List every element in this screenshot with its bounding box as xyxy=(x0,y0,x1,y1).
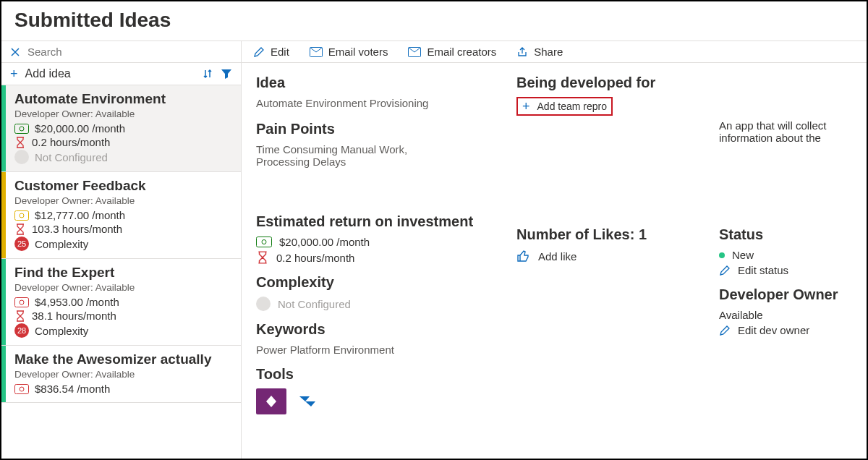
complexity-badge xyxy=(14,150,29,164)
share-button[interactable]: Share xyxy=(516,46,563,58)
add-idea-row: + Add idea xyxy=(1,63,241,85)
search-input[interactable] xyxy=(27,46,232,58)
power-automate-icon[interactable] xyxy=(292,388,323,414)
add-team-repro-label: Add team repro xyxy=(537,101,608,112)
email-creators-button[interactable]: Email creators xyxy=(408,46,496,58)
app-frame: Submitted Ideas + Add idea xyxy=(0,0,868,460)
detail-toolbar: Edit Email voters Email creators xyxy=(242,41,867,63)
idea-hours: 38.1 hours/month xyxy=(32,310,116,322)
money-icon xyxy=(14,297,29,307)
pain-points-value: Time Consuming Manual Work, Processing D… xyxy=(256,143,502,168)
svg-rect-4 xyxy=(15,297,29,307)
edit-button[interactable]: Edit xyxy=(253,46,289,58)
idea-title: Automate Environment xyxy=(14,91,232,107)
svg-point-3 xyxy=(20,213,24,218)
search-row xyxy=(1,41,241,63)
developed-for-heading: Being developed for xyxy=(516,74,705,91)
idea-item[interactable]: Customer Feedback Developer Owner: Avail… xyxy=(1,172,241,259)
idea-cost: $12,777.00 /month xyxy=(35,209,125,221)
idea-content: Automate Environment Developer Owner: Av… xyxy=(6,85,241,171)
mail-icon xyxy=(408,47,421,57)
svg-rect-2 xyxy=(15,210,29,220)
ideas-list: Automate Environment Developer Owner: Av… xyxy=(1,85,241,459)
idea-owner: Developer Owner: Available xyxy=(14,108,232,119)
status-heading: Status xyxy=(719,226,852,243)
idea-item[interactable]: Automate Environment Developer Owner: Av… xyxy=(1,85,241,172)
idea-hours: 103.3 hours/month xyxy=(32,223,122,235)
idea-item[interactable]: Make the Awesomizer actually Developer O… xyxy=(1,346,241,403)
idea-value: Automate Environment Provisioning xyxy=(256,97,502,109)
developed-for-section: Being developed for + Add team repro xyxy=(516,74,705,116)
body: + Add idea Automate Environment Develope… xyxy=(1,41,867,459)
email-creators-label: Email creators xyxy=(427,46,496,58)
close-icon[interactable] xyxy=(10,47,20,57)
idea-owner: Developer Owner: Available xyxy=(14,195,232,206)
idea-title: Customer Feedback xyxy=(14,178,232,194)
add-like-button[interactable]: Add like xyxy=(516,249,705,263)
idea-cost: $836.54 /month xyxy=(35,383,110,395)
idea-cost: $20,000.00 /month xyxy=(35,122,125,135)
complexity-heading: Complexity xyxy=(256,274,502,291)
idea-complexity: Complexity xyxy=(35,238,88,250)
idea-item[interactable]: Find the Expert Developer Owner: Availab… xyxy=(1,259,241,346)
svg-rect-0 xyxy=(15,124,29,133)
dev-owner-value: Available xyxy=(719,309,852,321)
add-idea-label[interactable]: Add idea xyxy=(25,67,71,80)
idea-heading: Idea xyxy=(256,74,502,91)
svg-point-11 xyxy=(262,240,266,244)
complexity-value: Not Configured xyxy=(278,298,351,310)
pain-points-heading: Pain Points xyxy=(256,121,502,137)
idea-title: Make the Awesomizer actually xyxy=(14,352,232,367)
description-section: An app that will collect information abo… xyxy=(719,74,852,144)
edit-dev-owner-label: Edit dev owner xyxy=(738,324,809,336)
idea-section: Idea Automate Environment Provisioning P… xyxy=(256,74,502,168)
svg-point-5 xyxy=(20,300,24,304)
idea-cost: $4,953.00 /month xyxy=(35,296,119,308)
keywords-value: Power Platform Environment xyxy=(256,344,502,356)
roi-heading: Estimated return on investment xyxy=(256,213,502,230)
edit-dev-owner-button[interactable]: Edit dev owner xyxy=(719,324,852,336)
complexity-badge xyxy=(256,297,271,311)
idea-owner: Developer Owner: Available xyxy=(14,282,232,293)
mail-icon xyxy=(310,47,323,57)
idea-complexity: Not Configured xyxy=(35,151,108,163)
email-voters-label: Email voters xyxy=(328,46,388,58)
thumbs-up-icon xyxy=(516,249,531,263)
plus-icon: + xyxy=(522,100,530,113)
detail-panel: Idea Automate Environment Provisioning P… xyxy=(242,63,867,459)
sort-icon[interactable] xyxy=(202,68,213,80)
share-label: Share xyxy=(534,46,563,58)
email-voters-button[interactable]: Email voters xyxy=(310,46,388,58)
idea-title: Find the Expert xyxy=(14,265,232,281)
main-pane: Edit Email voters Email creators xyxy=(242,41,867,459)
svg-point-1 xyxy=(20,127,24,131)
power-apps-icon[interactable] xyxy=(256,388,286,414)
svg-rect-10 xyxy=(257,237,272,247)
idea-owner: Developer Owner: Available xyxy=(14,369,232,380)
idea-hours: 0.2 hours/month xyxy=(32,136,110,148)
sidebar: + Add idea Automate Environment Develope… xyxy=(1,41,242,459)
roi-cost: $20,000.00 /month xyxy=(279,236,370,248)
idea-content: Make the Awesomizer actually Developer O… xyxy=(6,346,241,402)
edit-status-button[interactable]: Edit status xyxy=(719,264,852,276)
idea-complexity: Complexity xyxy=(35,325,88,337)
money-icon xyxy=(14,384,29,394)
pencil-icon xyxy=(719,325,731,336)
add-like-label: Add like xyxy=(538,250,576,263)
complexity-badge: 25 xyxy=(14,237,29,251)
tools-heading: Tools xyxy=(256,366,502,383)
edit-label: Edit xyxy=(271,46,289,58)
status-value: New xyxy=(732,249,754,261)
money-icon xyxy=(14,124,29,134)
plus-icon[interactable]: + xyxy=(10,67,18,80)
idea-content: Customer Feedback Developer Owner: Avail… xyxy=(6,172,241,258)
hourglass-icon xyxy=(14,137,26,148)
keywords-heading: Keywords xyxy=(256,321,502,338)
money-icon xyxy=(256,237,272,247)
pencil-icon xyxy=(253,46,265,58)
page-title: Submitted Ideas xyxy=(1,1,867,41)
add-team-repro-button[interactable]: + Add team repro xyxy=(516,97,613,116)
pencil-icon xyxy=(719,265,731,276)
hourglass-icon xyxy=(256,251,269,264)
filter-icon[interactable] xyxy=(221,68,232,80)
